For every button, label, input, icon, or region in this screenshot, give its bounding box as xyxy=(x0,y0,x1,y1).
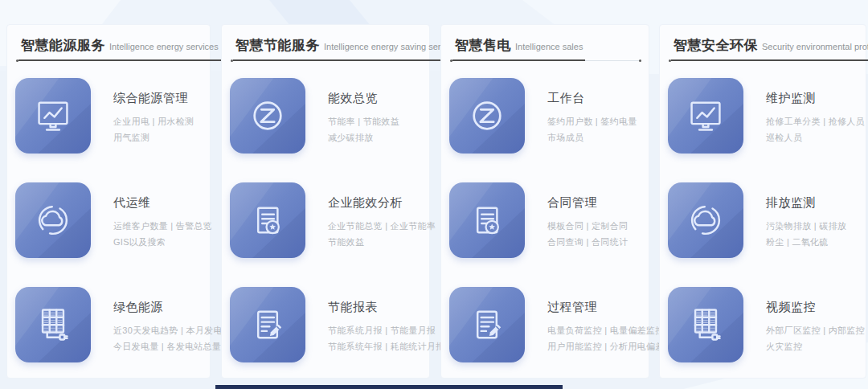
section-header: 智慧售电 Intelligence sales xyxy=(450,36,641,61)
cloud-circle-icon xyxy=(15,182,91,258)
item-title: 代运维 xyxy=(113,195,212,211)
section-card-safety-environment: 智慧安全环保 Security environmental protection… xyxy=(659,24,866,379)
item-subtitle-2: GIS以及搜索 xyxy=(113,234,212,250)
item-subtitle-2: 今日发电量 | 各发电站总量 xyxy=(113,338,231,354)
item-title: 视频监控 xyxy=(766,300,865,315)
item-title: 企业能效分析 xyxy=(328,195,436,211)
service-item[interactable]: 排放监测 污染物排放 | 碳排放 粉尘 | 二氧化硫 xyxy=(668,182,861,260)
service-item[interactable]: 代运维 运维客户数量 | 告警总览 GIS以及搜索 xyxy=(15,182,205,260)
service-item[interactable]: 维护监测 抢修工单分类 | 抢修人员 巡检人员 xyxy=(668,78,861,155)
item-title: 能效总览 xyxy=(328,91,399,106)
section-card-energy-saving: 智慧节能服务 Intelligence energy saving servic… xyxy=(221,24,430,379)
underline-dot xyxy=(639,59,641,62)
solar-panel-icon xyxy=(668,287,743,362)
item-title: 维护监测 xyxy=(766,91,865,106)
z-logo-icon xyxy=(230,78,305,154)
doc-star-icon xyxy=(449,182,525,258)
section-title-zh: 智慧能源服务 xyxy=(21,36,105,55)
item-subtitle-1: 企业节能总览 | 企业节能率 xyxy=(328,218,436,234)
section-title-en: Intelligence energy services xyxy=(109,42,219,51)
item-subtitle-1: 抢修工单分类 | 抢修人员 xyxy=(766,113,865,129)
section-card-energy-services: 智慧能源服务 Intelligence energy services 综合能源… xyxy=(6,24,211,379)
item-subtitle-2: 粉尘 | 二氧化硫 xyxy=(766,234,846,250)
item-subtitle-2: 节能系统年报 | 耗能统计月报 xyxy=(328,338,444,354)
doc-pencil-icon xyxy=(449,287,525,362)
section-card-power-sales: 智慧售电 Intelligence sales 工作台 签约用户数 | 签约电量… xyxy=(440,24,649,379)
item-title: 过程管理 xyxy=(547,300,664,315)
service-item[interactable]: 过程管理 电量负荷监控 | 电量偏差监控 用户用能监控 | 分析用电偏差 xyxy=(449,287,644,364)
item-subtitle-2: 用户用能监控 | 分析用电偏差 xyxy=(547,338,664,354)
cloud-circle-icon xyxy=(668,182,743,258)
section-header: 智慧能源服务 Intelligence energy services xyxy=(16,36,203,61)
solar-panel-icon xyxy=(15,287,91,362)
item-title: 合同管理 xyxy=(547,195,628,211)
item-title: 综合能源管理 xyxy=(113,91,194,106)
service-item[interactable]: 能效总览 节能率 | 节能效益 减少碳排放 xyxy=(230,78,424,155)
service-item[interactable]: 综合能源管理 企业用电 | 用水检测 用气监测 xyxy=(15,78,205,155)
item-title: 绿色能源 xyxy=(113,300,231,315)
service-item[interactable]: 工作台 签约用户数 | 签约电量 市场成员 xyxy=(449,78,644,155)
section-title-zh: 智慧安全环保 xyxy=(674,36,758,55)
z-logo-icon xyxy=(449,78,525,154)
item-subtitle-1: 节能系统月报 | 节能量月报 xyxy=(328,322,444,338)
item-subtitle-1: 外部厂区监控 | 内部监控 xyxy=(766,322,865,338)
doc-pencil-icon xyxy=(230,287,305,362)
service-item[interactable]: 绿色能源 近30天发电趋势 | 本月发电量 今日发电量 | 各发电站总量 xyxy=(15,287,205,364)
item-subtitle-2: 合同查询 | 合同统计 xyxy=(547,234,628,250)
item-subtitle-1: 节能率 | 节能效益 xyxy=(328,113,399,129)
monitor-chart-icon xyxy=(668,78,743,154)
section-title-zh: 智慧节能服务 xyxy=(235,36,320,55)
item-subtitle-2: 市场成员 xyxy=(547,129,637,145)
item-title: 排放监测 xyxy=(766,195,846,211)
item-subtitle-1: 近30天发电趋势 | 本月发电量 xyxy=(113,322,231,338)
item-subtitle-2: 节能效益 xyxy=(328,234,436,250)
item-title: 节能报表 xyxy=(328,300,444,315)
section-title-zh: 智慧售电 xyxy=(455,36,511,55)
page: 智慧能源服务 Intelligence energy services 综合能源… xyxy=(0,0,868,389)
section-header: 智慧节能服务 Intelligence energy saving servic… xyxy=(231,36,422,61)
item-subtitle-1: 电量负荷监控 | 电量偏差监控 xyxy=(547,322,664,338)
item-subtitle-1: 运维客户数量 | 告警总览 xyxy=(113,218,212,234)
item-subtitle-1: 模板合同 | 定制合同 xyxy=(547,218,628,234)
item-subtitle-2: 巡检人员 xyxy=(766,129,865,145)
section-title-en: Security environmental protection xyxy=(762,42,868,51)
section-title-en: Intelligence sales xyxy=(515,42,583,51)
item-subtitle-1: 签约用户数 | 签约电量 xyxy=(547,113,637,129)
service-item[interactable]: 节能报表 节能系统月报 | 节能量月报 节能系统年报 | 耗能统计月报 xyxy=(230,287,424,364)
item-title: 工作台 xyxy=(547,91,637,106)
doc-star-icon xyxy=(230,182,305,258)
section-header: 智慧安全环保 Security environmental protection xyxy=(669,36,858,61)
service-item[interactable]: 企业能效分析 企业节能总览 | 企业节能率 节能效益 xyxy=(230,182,424,260)
service-item[interactable]: 视频监控 外部厂区监控 | 内部监控 火灾监控 xyxy=(668,287,861,364)
item-subtitle-2: 用气监测 xyxy=(113,129,194,145)
item-subtitle-2: 减少碳排放 xyxy=(328,129,399,145)
service-item[interactable]: 合同管理 模板合同 | 定制合同 合同查询 | 合同统计 xyxy=(449,182,644,260)
item-subtitle-1: 企业用电 | 用水检测 xyxy=(113,113,194,129)
monitor-chart-icon xyxy=(15,78,91,154)
item-subtitle-1: 污染物排放 | 碳排放 xyxy=(766,218,846,234)
underline-rest xyxy=(585,60,639,61)
item-subtitle-2: 火灾监控 xyxy=(766,338,865,354)
footer-accent-bar xyxy=(215,385,563,389)
